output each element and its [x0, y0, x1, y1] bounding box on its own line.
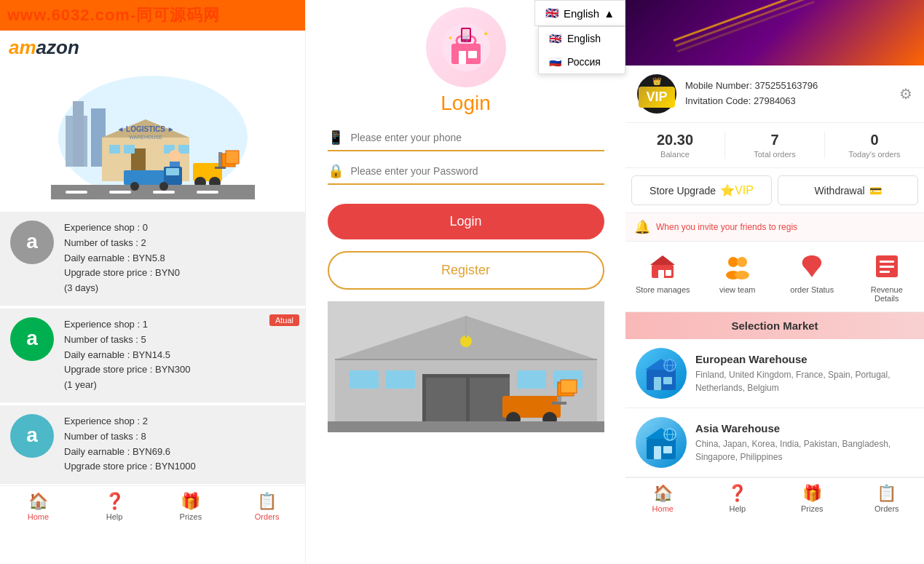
watermark-banner: www.6032.com-同可源码网 — [0, 0, 305, 31]
nav-home-right[interactable]: 🏠 Home — [641, 484, 684, 513]
svg-text:a: a — [26, 424, 38, 446]
svg-point-31 — [159, 182, 168, 191]
stat-today-orders: 0 Today's orders — [825, 132, 924, 159]
nav-prizes-right[interactable]: 🎁 Prizes — [790, 484, 834, 513]
today-orders-label: Today's orders — [848, 150, 900, 159]
login-button[interactable]: Login — [328, 204, 604, 239]
svg-rect-54 — [350, 370, 379, 389]
svg-rect-72 — [666, 270, 671, 276]
svg-rect-23 — [66, 191, 87, 194]
store-upgrade-button[interactable]: Store Upgrade ⭐VIP — [631, 175, 772, 205]
svg-text:🛒: 🛒 — [462, 33, 471, 43]
svg-rect-27 — [124, 170, 167, 185]
vip-badge: 👑 VIP — [637, 74, 676, 114]
nav-orders-left[interactable]: 📋 Orders — [245, 492, 289, 521]
tier-card-0[interactable]: a Experience shop : 0 Number of tasks : … — [0, 212, 305, 306]
notification-bar: 🔔 When you invite your friends to regis — [625, 213, 924, 242]
lang-option-english[interactable]: 🇬🇧 English — [539, 27, 625, 50]
language-dropdown-menu: 🇬🇧 English 🇷🇺 Россия — [538, 26, 625, 74]
home-icon-left: 🏠 — [28, 492, 48, 511]
svg-point-76 — [735, 271, 749, 279]
stat-balance: 20.30 Balance — [625, 132, 725, 159]
phone-input-group: 📱 — [328, 130, 604, 151]
order-status-icon — [796, 250, 828, 282]
phone-icon: 📱 — [328, 130, 344, 146]
logistics-image-area: ◄ LOGISTICS ► WAREHOUSE — [0, 65, 305, 210]
language-dropdown-area[interactable]: 🇬🇧 English ▲ 🇬🇧 English 🇷🇺 Россия — [534, 0, 625, 26]
settings-icon[interactable]: ⚙ — [899, 85, 912, 103]
vip-star-icon: ⭐VIP — [720, 183, 754, 197]
svg-point-74 — [737, 257, 747, 267]
balance-value: 20.30 — [657, 132, 693, 148]
help-icon-left: ❓ — [105, 492, 125, 511]
phone-input[interactable] — [351, 132, 604, 143]
login-title: Login — [441, 92, 491, 115]
nav-help-right[interactable]: ❓ Help — [716, 484, 759, 513]
quick-action-store[interactable]: Store manages — [633, 250, 692, 303]
svg-rect-7 — [109, 145, 120, 154]
svg-rect-41 — [459, 51, 466, 64]
order-status-label: order Status — [790, 285, 834, 294]
revenue-details-label: Revenue Details — [858, 285, 916, 303]
language-selector[interactable]: 🇬🇧 English ▲ — [534, 0, 625, 26]
quick-action-revenue[interactable]: Revenue Details — [858, 250, 916, 303]
store-upgrade-label: Store Upgrade — [649, 185, 716, 196]
quick-action-team[interactable]: view team — [708, 250, 767, 303]
watermark-text: www.6032.com-同可源码网 — [7, 4, 220, 26]
svg-point-18 — [169, 150, 181, 162]
withdrawal-button[interactable]: Withdrawal 💳 — [778, 175, 918, 205]
svg-rect-56 — [517, 370, 546, 389]
warehouse-card-european[interactable]: European Warehouse Finland, United Kingd… — [625, 339, 924, 408]
warehouse-card-asia[interactable]: Asia Warehouse China, Japan, Korea, Indi… — [625, 408, 924, 477]
flag-uk-current: 🇬🇧 — [545, 7, 559, 20]
svg-text:a: a — [26, 327, 38, 349]
tier-avatar-0: a — [10, 221, 54, 264]
lock-icon: 🔒 — [328, 163, 344, 179]
flag-uk-option: 🇬🇧 — [549, 33, 561, 44]
language-current-label: English — [564, 7, 599, 20]
middle-content: 🛒 ✦ ✦ Login 📱 🔒 Login Register — [306, 0, 625, 564]
prizes-icon-right: 🎁 — [802, 484, 822, 503]
svg-rect-91 — [663, 446, 672, 453]
dropdown-arrow-icon: ▲ — [604, 7, 615, 20]
svg-rect-8 — [124, 145, 135, 154]
balance-label: Balance — [660, 150, 690, 159]
lang-option-russia[interactable]: 🇷🇺 Россия — [539, 50, 625, 74]
shop-icon-circle: 🛒 ✦ ✦ — [426, 7, 506, 87]
svg-rect-17 — [226, 151, 239, 164]
svg-rect-42 — [468, 51, 477, 58]
svg-rect-52 — [426, 378, 466, 421]
warehouse-info-asia: Asia Warehouse China, Japan, Korea, Indi… — [695, 422, 914, 464]
nav-orders-right[interactable]: 📋 Orders — [865, 484, 909, 513]
svg-point-73 — [728, 257, 738, 267]
total-orders-value: 7 — [770, 132, 778, 148]
action-buttons: Store Upgrade ⭐VIP Withdrawal 💳 — [625, 168, 924, 213]
nav-home-left[interactable]: 🏠 Home — [16, 492, 60, 521]
selection-market-header: Selection Market — [625, 312, 924, 339]
amazon-logo: amazon — [9, 36, 79, 59]
quick-action-order-status[interactable]: order Status — [783, 250, 841, 303]
left-panel: www.6032.com-同可源码网 amazon — [0, 0, 306, 564]
today-orders-value: 0 — [870, 132, 878, 148]
svg-rect-3 — [73, 101, 84, 167]
nav-prizes-left[interactable]: 🎁 Prizes — [169, 492, 213, 521]
amazon-logo-area: amazon — [0, 31, 305, 65]
warehouse-desc-european: Finland, United Kingdom, France, Spain, … — [695, 368, 914, 394]
warehouse-avatar-european — [636, 348, 687, 399]
stats-row: 20.30 Balance 7 Total orders 0 Today's o… — [625, 123, 924, 168]
svg-rect-83 — [654, 377, 661, 390]
svg-text:◄ LOGISTICS ►: ◄ LOGISTICS ► — [117, 125, 174, 133]
warehouse-name-european: European Warehouse — [695, 353, 914, 365]
vip-section: 👑 VIP Mobile Number: 375255163796 Invita… — [625, 65, 924, 123]
tier-card-2[interactable]: a Experience shop : 2 Number of tasks : … — [0, 405, 305, 484]
prizes-icon-left: 🎁 — [181, 492, 200, 511]
nav-help-left[interactable]: ❓ Help — [92, 492, 136, 521]
password-input[interactable] — [351, 165, 604, 177]
register-button[interactable]: Register — [328, 251, 604, 290]
tier-info-0: Experience shop : 0 Number of tasks : 2 … — [64, 221, 295, 296]
store-manages-icon — [647, 250, 679, 282]
svg-rect-68 — [328, 421, 604, 432]
quick-actions: Store manages view team order Status — [625, 242, 924, 312]
tier-card-1[interactable]: a Experience shop : 1 Number of tasks : … — [0, 309, 305, 402]
svg-rect-24 — [109, 191, 131, 194]
